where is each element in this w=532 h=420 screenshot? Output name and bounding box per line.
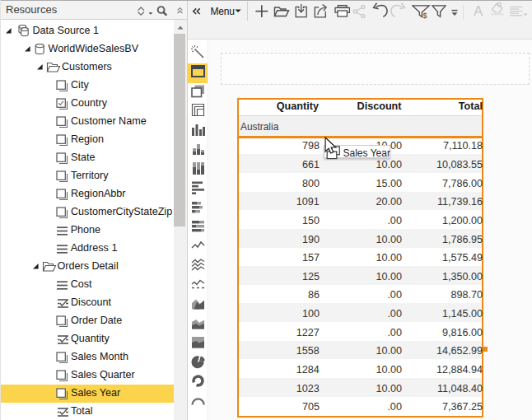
svg-text:$: $ xyxy=(422,11,427,20)
